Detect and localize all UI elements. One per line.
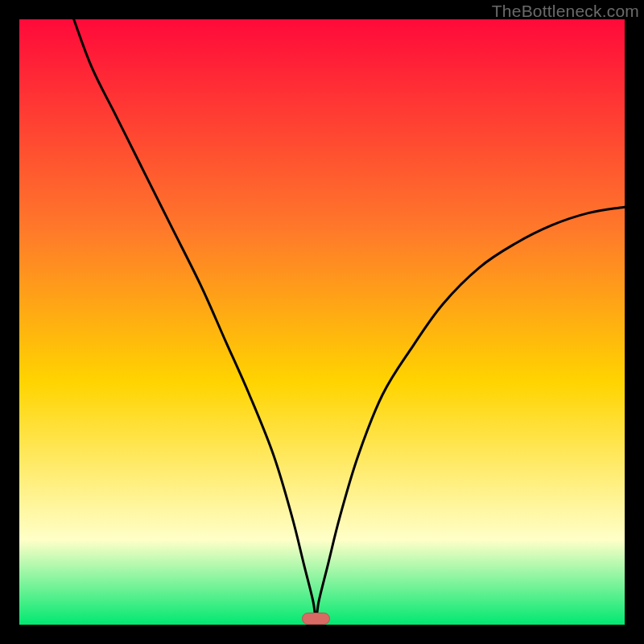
- gradient-background: [19, 19, 625, 625]
- chart-frame: TheBottleneck.com: [0, 0, 644, 644]
- minimum-marker: [302, 613, 329, 624]
- plot-area: [19, 19, 625, 625]
- chart-svg: [19, 19, 625, 625]
- watermark-text: TheBottleneck.com: [492, 2, 639, 21]
